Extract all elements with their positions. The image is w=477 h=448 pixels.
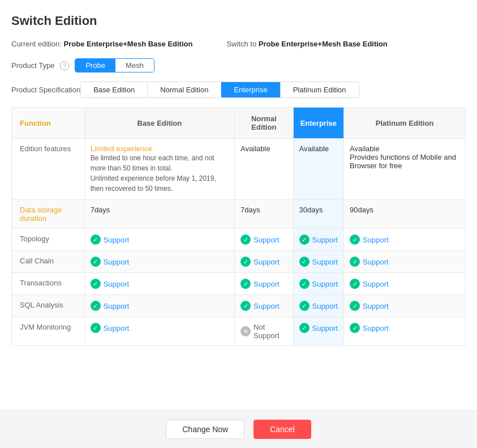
- cell-function-2: Topology: [12, 229, 85, 251]
- btn-probe[interactable]: Probe: [75, 59, 115, 72]
- support-label: Support: [104, 280, 130, 288]
- support-check-icon: ✓: [299, 279, 310, 289]
- cell-text-value: 7days: [240, 206, 260, 214]
- support-label: Support: [363, 302, 389, 310]
- page-title: Switch Edition: [11, 14, 466, 28]
- cell-enterprise-2: ✓Support: [293, 229, 344, 251]
- cell-normal-4: ✓Support: [235, 273, 293, 295]
- btn-mesh[interactable]: Mesh: [115, 59, 154, 72]
- support-item: ✓Support: [299, 301, 338, 311]
- tab-base-edition[interactable]: Base Edition: [81, 82, 148, 97]
- cell-normal-0: Available: [235, 139, 293, 200]
- support-item: ✓Support: [299, 323, 338, 333]
- current-edition-text: Current edition: Probe Enterprise+Mesh B…: [11, 40, 192, 48]
- support-item: ✓Support: [350, 323, 459, 333]
- cell-function-3: Call Chain: [12, 251, 85, 273]
- cell-base-5: ✓Support: [84, 295, 234, 317]
- col-header-base: Base Edition: [84, 108, 234, 139]
- tab-normal-edition[interactable]: Normal Edition: [148, 82, 221, 97]
- support-label: Support: [312, 258, 338, 266]
- limited-description: Be limited to one hour each time, and no…: [91, 153, 229, 194]
- support-item: ✓Support: [240, 257, 287, 267]
- cell-normal-1: 7days: [235, 200, 293, 229]
- support-label: Support: [363, 258, 389, 266]
- tab-platinum-edition[interactable]: Platinum Edition: [281, 82, 359, 97]
- col-header-platinum: Platinum Edition: [344, 108, 466, 139]
- comparison-table: Function Base Edition Normal Edition Ent…: [11, 107, 466, 346]
- cell-function-5: SQL Analysis: [12, 295, 85, 317]
- table-header-row: Function Base Edition Normal Edition Ent…: [12, 108, 466, 139]
- product-type-row: Product Type ? Probe Mesh: [11, 58, 466, 72]
- support-item: ✓Support: [91, 257, 229, 267]
- not-support-item: ✕Not Support: [240, 323, 287, 340]
- support-check-icon: ✓: [350, 279, 360, 289]
- tab-enterprise[interactable]: Enterprise: [221, 82, 280, 97]
- cell-function-1: Data storage duration: [12, 200, 85, 229]
- support-label: Support: [312, 236, 338, 244]
- support-item: ✓Support: [240, 234, 287, 245]
- support-item: ✓Support: [350, 301, 459, 311]
- table-row: JVM Monitoring✓Support✕Not Support✓Suppo…: [12, 317, 466, 346]
- support-check-icon: ✓: [91, 257, 101, 267]
- support-label: Support: [253, 236, 280, 244]
- not-support-icon: ✕: [240, 326, 251, 336]
- cell-enterprise-5: ✓Support: [293, 295, 344, 317]
- cell-platinum-0: Available Provides functions of Mobile a…: [344, 139, 466, 200]
- support-label: Support: [363, 324, 389, 332]
- modal-container: Switch Edition Current edition: Probe En…: [0, 0, 477, 448]
- col-header-normal: Normal Edition: [235, 108, 293, 139]
- support-label: Support: [104, 324, 130, 332]
- current-edition-row: Current edition: Probe Enterprise+Mesh B…: [11, 40, 466, 48]
- support-item: ✓Support: [91, 279, 229, 289]
- support-check-icon: ✓: [299, 234, 310, 245]
- cell-text-value: 7days: [91, 206, 110, 214]
- switch-edition-text: Switch to Probe Enterprise+Mesh Base Edi…: [226, 40, 387, 48]
- support-check-icon: ✓: [299, 257, 310, 267]
- support-label: Support: [253, 280, 280, 288]
- spec-tabs: Base Edition Normal Edition Enterprise P…: [80, 82, 359, 98]
- cell-base-0: Limited experienceBe limited to one hour…: [84, 139, 234, 200]
- product-spec-label: Product Specification: [11, 86, 80, 94]
- cell-text-value: Available: [299, 144, 329, 153]
- cell-normal-5: ✓Support: [235, 295, 293, 317]
- cell-base-3: ✓Support: [84, 251, 234, 273]
- product-type-toggle: Probe Mesh: [75, 58, 154, 72]
- support-item: ✓Support: [240, 279, 287, 289]
- support-item: ✓Support: [299, 279, 338, 289]
- support-label: Support: [253, 258, 280, 266]
- support-check-icon: ✓: [299, 323, 310, 333]
- cell-enterprise-0: Available: [293, 139, 344, 200]
- cell-text-value: Available: [240, 144, 270, 153]
- col-header-enterprise: Enterprise: [293, 108, 344, 139]
- not-support-label: Not Support: [253, 323, 287, 340]
- cell-normal-3: ✓Support: [235, 251, 293, 273]
- cell-normal-2: ✓Support: [235, 229, 293, 251]
- limited-experience-label: Limited experience: [91, 144, 229, 153]
- cell-text-value: 30days: [299, 206, 323, 214]
- cell-enterprise-1: 30days: [293, 200, 344, 229]
- support-item: ✓Support: [299, 234, 338, 245]
- cell-function-0: Edition features: [12, 139, 85, 200]
- cell-text-value: 90days: [350, 206, 373, 214]
- support-label: Support: [253, 302, 280, 310]
- comparison-table-wrapper: Function Base Edition Normal Edition Ent…: [11, 107, 466, 406]
- cell-base-4: ✓Support: [84, 273, 234, 295]
- cell-enterprise-3: ✓Support: [293, 251, 344, 273]
- support-item: ✓Support: [91, 323, 229, 333]
- support-check-icon: ✓: [240, 279, 251, 289]
- change-now-button[interactable]: Change Now: [166, 420, 244, 439]
- cancel-button[interactable]: Cancel: [253, 420, 311, 439]
- table-row: Data storage duration7days7days30days90d…: [12, 200, 466, 229]
- support-item: ✓Support: [299, 257, 338, 267]
- cell-base-2: ✓Support: [84, 229, 234, 251]
- table-row: Topology✓Support✓Support✓Support✓Support: [12, 229, 466, 251]
- support-item: ✓Support: [350, 234, 459, 245]
- support-check-icon: ✓: [299, 301, 310, 311]
- table-row: Call Chain✓Support✓Support✓Support✓Suppo…: [12, 251, 466, 273]
- support-check-icon: ✓: [91, 234, 101, 245]
- product-type-label: Product Type: [11, 61, 54, 70]
- help-icon[interactable]: ?: [60, 61, 69, 70]
- table-row: SQL Analysis✓Support✓Support✓Support✓Sup…: [12, 295, 466, 317]
- support-check-icon: ✓: [350, 234, 360, 245]
- cell-text-value: Available Provides functions of Mobile a…: [350, 144, 458, 170]
